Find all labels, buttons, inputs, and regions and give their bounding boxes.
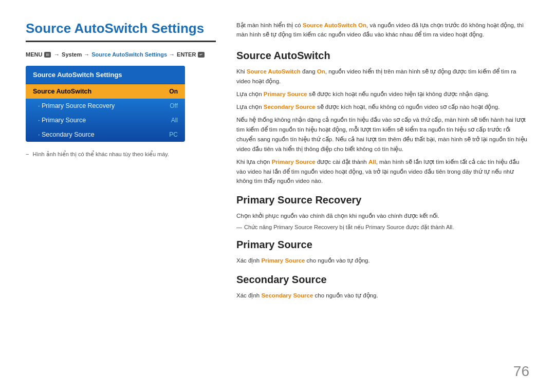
section-text-secondary-source-1: Xác định Secondary Source cho nguồn vào … (236, 291, 529, 301)
row-label-primary-source: · Primary Source (38, 117, 86, 124)
section-text-autoswitch-2: Lựa chọn Primary Source sẽ được kích hoạ… (236, 89, 529, 99)
row-label-primary-recovery: · Primary Source Recovery (38, 102, 115, 109)
section-text-primary-source-1: Xác định Primary Source cho nguồn vào tự… (236, 256, 529, 266)
footnote-text: Hình ảnh hiển thị có thể khác nhau tùy t… (33, 151, 170, 157)
settings-label: Source AutoSwitch Settings (91, 51, 167, 58)
page-number: 76 (513, 363, 529, 380)
row-value-primary-source: All (171, 117, 178, 124)
footnote: − Hình ảnh hiển thị có thể khác nhau tùy… (26, 151, 216, 158)
section-primary-source-recovery: Primary Source Recovery Chọn khởi phục n… (236, 194, 529, 231)
section-secondary-source: Secondary Source Xác định Secondary Sour… (236, 274, 529, 301)
note-primary-recovery: — Chức năng Primary Source Recovery bị t… (236, 224, 529, 231)
settings-box: Source AutoSwitch Settings Source AutoSw… (26, 66, 185, 142)
highlight-autoswitch-on: Source AutoSwitch On (303, 22, 366, 28)
row-value-secondary-source: PC (169, 131, 178, 138)
note-text-primary-recovery: Chức năng Primary Source Recovery bị tắt… (244, 224, 454, 231)
section-heading-primary-source: Primary Source (236, 239, 529, 251)
section-heading-autoswitch: Source AutoSwitch (236, 50, 529, 62)
settings-row-primary-recovery[interactable]: · Primary Source Recovery Off (26, 99, 185, 113)
section-heading-secondary-source: Secondary Source (236, 274, 529, 286)
menu-icon: III (44, 52, 51, 58)
settings-row-primary-source[interactable]: · Primary Source All (26, 113, 185, 127)
left-column: Source AutoSwitch Settings MENU III → Sy… (26, 21, 216, 377)
row-label-secondary-source: · Secondary Source (38, 131, 95, 138)
section-heading-primary-recovery: Primary Source Recovery (236, 194, 529, 206)
settings-row-autoswitch[interactable]: Source AutoSwitch On (26, 84, 185, 99)
settings-box-title: Source AutoSwitch Settings (26, 66, 185, 84)
system-label: System (62, 51, 82, 58)
section-text-autoswitch-4: Nếu hệ thống không nhận dạng cả nguồn tí… (236, 115, 529, 154)
section-source-autoswitch: Source AutoSwitch Khi Source AutoSwitch … (236, 50, 529, 186)
settings-row-secondary-source[interactable]: · Secondary Source PC (26, 127, 185, 142)
section-text-autoswitch-1: Khi Source AutoSwitch đang On, nguồn vid… (236, 67, 529, 86)
section-text-primary-recovery-1: Chọn khởi phục nguồn vào chính đã chọn k… (236, 211, 529, 221)
right-column: Bật màn hình hiển thị có Source AutoSwit… (236, 21, 529, 377)
section-text-autoswitch-5: Khi lựa chọn Primary Source được cài đặt… (236, 157, 529, 186)
row-value-autoswitch: On (169, 88, 178, 95)
enter-label: ENTER (177, 51, 196, 58)
page-title: Source AutoSwitch Settings (26, 21, 216, 42)
section-primary-source: Primary Source Xác định Primary Source c… (236, 239, 529, 266)
top-description: Bật màn hình hiển thị có Source AutoSwit… (236, 21, 529, 40)
section-text-autoswitch-3: Lựa chọn Secondary Source sẽ được kích h… (236, 102, 529, 112)
menu-label: MENU (26, 51, 42, 58)
menu-path: MENU III → System → Source AutoSwitch Se… (26, 51, 216, 58)
row-label-autoswitch: Source AutoSwitch (33, 88, 91, 95)
enter-icon: ↵ (198, 52, 205, 58)
row-value-primary-recovery: Off (170, 102, 178, 109)
